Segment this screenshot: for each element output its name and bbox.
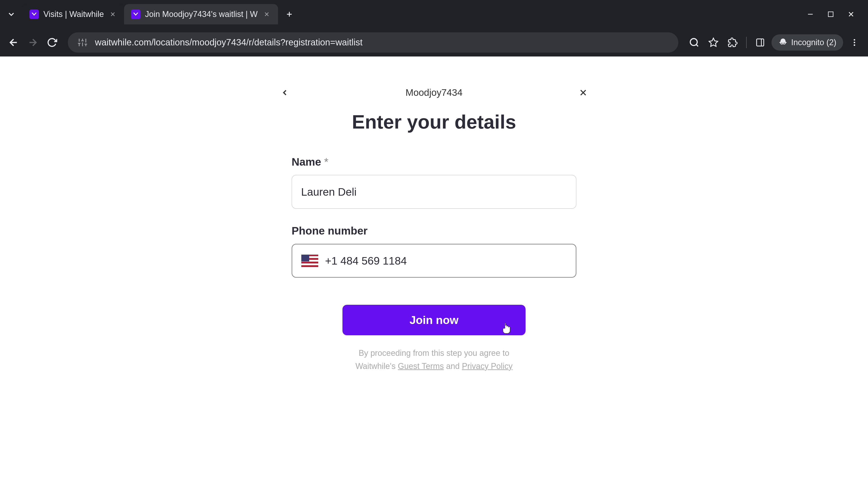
- address-bar[interactable]: waitwhile.com/locations/moodjoy7434/r/de…: [68, 32, 678, 53]
- tune-icon: [78, 37, 88, 47]
- window-controls: [805, 8, 864, 20]
- maximize-button[interactable]: [825, 8, 836, 20]
- privacy-policy-link[interactable]: Privacy Policy: [462, 361, 513, 371]
- browser-chrome: Visits | Waitwhile Join Moodjoy7434's wa…: [0, 0, 868, 57]
- extension-icon: [727, 37, 738, 47]
- more-vert-icon: [850, 38, 859, 47]
- tab-close-button[interactable]: [108, 10, 117, 19]
- svg-point-28: [854, 44, 855, 46]
- incognito-label: Incognito (2): [791, 38, 836, 47]
- site-settings-button[interactable]: [77, 37, 88, 48]
- guest-terms-link[interactable]: Guest Terms: [398, 361, 444, 371]
- zoom-button[interactable]: [686, 35, 702, 51]
- minimize-icon: [806, 10, 814, 18]
- cursor-pointer-icon: [501, 322, 511, 334]
- phone-input[interactable]: [325, 255, 567, 267]
- svg-line-22: [696, 44, 698, 46]
- chevron-left-icon: [280, 88, 289, 97]
- name-label: Name *: [291, 156, 577, 168]
- form-close-button[interactable]: [577, 86, 590, 99]
- back-button[interactable]: [6, 35, 22, 51]
- close-window-button[interactable]: [845, 8, 857, 20]
- close-icon: [847, 10, 855, 18]
- phone-input-wrapper[interactable]: [291, 244, 577, 278]
- svg-point-26: [854, 39, 855, 41]
- new-tab-button[interactable]: [283, 7, 296, 21]
- required-mark: *: [324, 156, 329, 168]
- chevron-down-icon: [7, 10, 16, 19]
- arrow-right-icon: [27, 37, 38, 48]
- favicon-icon: [29, 9, 39, 19]
- incognito-badge[interactable]: Incognito (2): [772, 34, 843, 51]
- close-icon: [110, 11, 116, 18]
- join-now-button[interactable]: Join now: [342, 305, 526, 335]
- form-header: Moodjoy7434: [274, 86, 594, 99]
- terms-text: By proceeding from this step you agree t…: [291, 347, 577, 372]
- tab-search-dropdown[interactable]: [4, 7, 18, 21]
- tab-title: Visits | Waitwhile: [43, 9, 104, 19]
- star-icon: [708, 37, 719, 48]
- svg-point-21: [690, 38, 698, 45]
- form-back-button[interactable]: [278, 86, 291, 99]
- tab-join-waitlist[interactable]: Join Moodjoy7434's waitlist | W: [124, 4, 278, 24]
- arrow-left-icon: [8, 37, 19, 48]
- favicon-icon: [131, 9, 141, 19]
- bookmark-button[interactable]: [706, 35, 721, 51]
- search-icon: [689, 37, 700, 48]
- svg-rect-24: [756, 39, 764, 46]
- maximize-icon: [827, 11, 834, 18]
- side-panel-icon: [755, 38, 765, 47]
- extensions-button[interactable]: [725, 35, 741, 51]
- page-content: Moodjoy7434 Enter your details Name * Ph…: [0, 57, 868, 488]
- form-container: Moodjoy7434 Enter your details Name * Ph…: [274, 86, 594, 372]
- side-panel-button[interactable]: [752, 35, 768, 51]
- url-text: waitwhile.com/locations/moodjoy7434/r/de…: [95, 37, 669, 47]
- page-title: Enter your details: [274, 111, 594, 133]
- toolbar: waitwhile.com/locations/moodjoy7434/r/de…: [0, 28, 868, 57]
- us-flag-icon[interactable]: [301, 255, 318, 267]
- incognito-icon: [778, 38, 788, 47]
- svg-rect-7: [828, 12, 833, 17]
- minimize-button[interactable]: [805, 8, 816, 20]
- close-icon: [578, 88, 588, 98]
- close-icon: [264, 11, 270, 18]
- svg-marker-23: [709, 38, 718, 46]
- phone-label: Phone number: [291, 225, 577, 237]
- svg-point-27: [854, 41, 855, 43]
- tab-title: Join Moodjoy7434's waitlist | W: [145, 9, 257, 19]
- form-fields: Name * Phone number: [291, 156, 577, 372]
- name-input[interactable]: [291, 175, 577, 209]
- location-name: Moodjoy7434: [405, 87, 463, 98]
- toolbar-divider: [746, 37, 747, 48]
- tab-close-button[interactable]: [262, 10, 271, 19]
- tab-visits[interactable]: Visits | Waitwhile: [23, 4, 124, 24]
- plus-icon: [285, 10, 293, 18]
- reload-button[interactable]: [44, 35, 60, 51]
- forward-button[interactable]: [25, 35, 41, 51]
- tab-bar: Visits | Waitwhile Join Moodjoy7434's wa…: [0, 0, 868, 28]
- reload-icon: [47, 37, 57, 48]
- menu-button[interactable]: [846, 35, 862, 51]
